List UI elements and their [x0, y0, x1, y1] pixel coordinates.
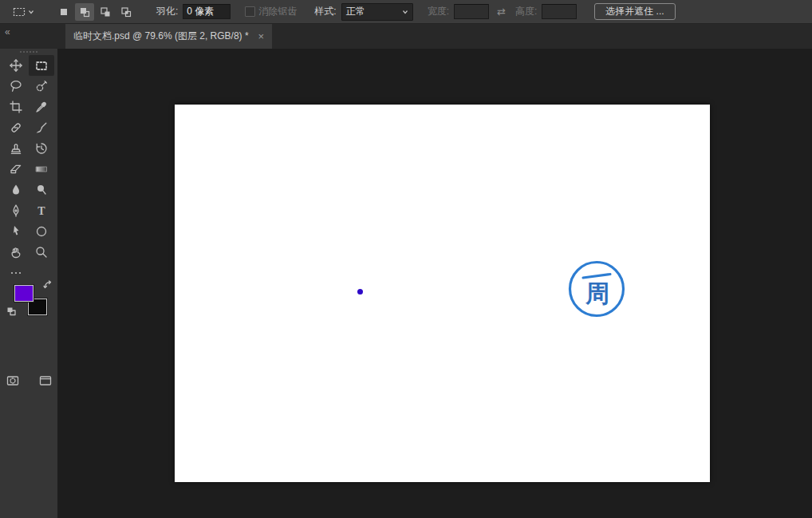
pen-icon [9, 204, 23, 218]
eyedropper-tool-button[interactable] [29, 97, 54, 117]
clone-stamp-icon [9, 141, 23, 156]
subtract-from-selection-button[interactable] [96, 3, 115, 21]
feather-input[interactable] [183, 4, 231, 19]
lasso-icon [9, 79, 23, 93]
move-icon [9, 58, 23, 73]
rectangular-marquee-icon [34, 58, 49, 73]
antialias-label: 消除锯齿 [258, 5, 297, 18]
tools-panel-footer [0, 370, 57, 391]
eyedropper-icon [34, 100, 49, 114]
zoom-tool-button[interactable] [29, 242, 54, 263]
photoshop-window: 羽化: 消除锯齿 样式: 正常 宽度: ⇄ 高度: 选择并遮住 ... « 临时… [0, 0, 812, 518]
lasso-tool-button[interactable] [3, 76, 29, 97]
select-and-mask-button[interactable]: 选择并遮住 ... [594, 3, 675, 20]
intersect-selection-button[interactable] [116, 3, 136, 21]
screen-mode-button[interactable] [33, 370, 57, 391]
type-tool-button[interactable]: T [29, 200, 54, 221]
hand-icon [9, 245, 23, 259]
tab-title: 临时文档.psd @ 79.6% (图层 2, RGB/8) * [73, 30, 249, 43]
selection-mode-group [54, 3, 136, 21]
svg-text:T: T [37, 205, 45, 217]
circular-logo-stamp: 周 [561, 253, 633, 325]
feather-label: 羽化: [156, 5, 178, 18]
dodge-tool-button[interactable] [29, 180, 54, 200]
tool-preset-button[interactable] [5, 3, 41, 21]
crop-tool-button[interactable] [3, 97, 29, 117]
tools-panel-grip[interactable] [0, 49, 57, 55]
history-brush-tool-button[interactable] [29, 138, 54, 159]
eraser-icon [9, 162, 23, 176]
gradient-tool-button[interactable] [29, 159, 54, 180]
quick-selection-tool-button[interactable] [29, 76, 54, 97]
history-brush-icon [34, 141, 49, 156]
style-dropdown-value: 正常 [346, 5, 365, 18]
tab-bar: « 临时文档.psd @ 79.6% (图层 2, RGB/8) * × [0, 24, 812, 49]
dodge-icon [34, 183, 49, 197]
color-swatches [6, 279, 53, 320]
gradient-icon [34, 162, 49, 176]
chevron-down-icon [402, 10, 408, 14]
options-bar: 羽化: 消除锯齿 样式: 正常 宽度: ⇄ 高度: 选择并遮住 ... [0, 0, 812, 24]
marquee-preset-icon [13, 6, 26, 18]
crop-icon [9, 100, 23, 114]
chevron-down-icon [28, 10, 34, 14]
style-dropdown[interactable]: 正常 [341, 3, 413, 21]
swap-dimensions-icon: ⇄ [497, 6, 506, 18]
pen-tool-button[interactable] [3, 200, 29, 221]
logo-character: 周 [585, 279, 609, 307]
add-to-selection-button[interactable] [75, 3, 94, 21]
default-colors-icon[interactable] [6, 306, 17, 320]
width-input [454, 4, 489, 19]
painted-dot [357, 289, 363, 295]
ellipse-shape-tool-button[interactable] [29, 221, 54, 242]
collapse-panels-icon[interactable]: « [5, 26, 10, 38]
quick-mask-icon [6, 374, 20, 388]
new-selection-icon [58, 6, 69, 18]
height-input [542, 4, 577, 19]
brush-icon [34, 121, 49, 135]
ellipse-icon [34, 224, 49, 239]
document-tab[interactable]: 临时文档.psd @ 79.6% (图层 2, RGB/8) * × [65, 24, 272, 49]
width-label: 宽度: [428, 5, 449, 18]
subtract-from-selection-icon [100, 6, 111, 18]
intersect-selection-icon [120, 6, 132, 18]
quick-mask-button[interactable] [0, 370, 25, 391]
tab-close-icon[interactable]: × [258, 30, 265, 42]
swap-colors-icon[interactable] [43, 279, 53, 293]
type-icon: T [34, 204, 49, 218]
quick-selection-icon [34, 79, 49, 93]
new-selection-button[interactable] [54, 3, 73, 21]
canvas-area[interactable]: 周 [57, 49, 812, 518]
blur-tool-button[interactable] [3, 180, 29, 200]
healing-brush-icon [9, 121, 23, 135]
path-selection-tool-button[interactable] [3, 221, 29, 242]
tools-panel: T [0, 49, 57, 518]
document-canvas[interactable]: 周 [175, 105, 710, 482]
eraser-tool-button[interactable] [3, 159, 29, 180]
tool-grid: T [0, 55, 57, 283]
hand-tool-button[interactable] [3, 242, 29, 263]
move-tool-button[interactable] [3, 55, 29, 76]
screen-mode-icon [38, 374, 53, 388]
healing-brush-tool-button[interactable] [3, 117, 29, 138]
path-selection-icon [9, 224, 23, 239]
style-label: 样式: [314, 5, 336, 18]
clone-stamp-tool-button[interactable] [3, 138, 29, 159]
zoom-icon [34, 245, 49, 259]
rectangular-marquee-tool-button[interactable] [29, 55, 54, 76]
add-to-selection-icon [79, 6, 90, 18]
height-label: 高度: [515, 5, 537, 18]
blur-drop-icon [9, 183, 23, 197]
antialias-checkbox [245, 6, 255, 17]
brush-tool-button[interactable] [29, 117, 54, 138]
foreground-color-swatch[interactable] [14, 285, 34, 302]
